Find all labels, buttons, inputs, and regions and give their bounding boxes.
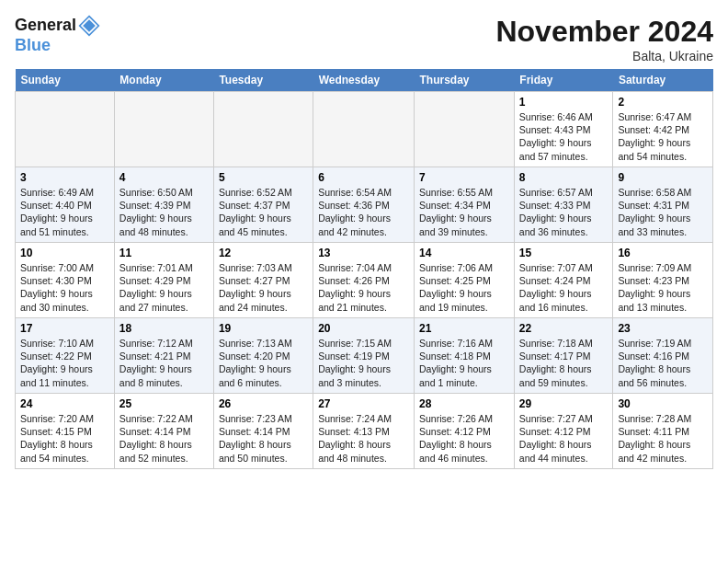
day-info: Sunrise: 6:47 AM Sunset: 4:42 PM Dayligh… [618, 110, 708, 163]
calendar-cell: 1Sunrise: 6:46 AM Sunset: 4:43 PM Daylig… [514, 92, 613, 167]
calendar-cell: 17Sunrise: 7:10 AM Sunset: 4:22 PM Dayli… [16, 318, 115, 394]
day-info: Sunrise: 7:01 AM Sunset: 4:29 PM Dayligh… [119, 261, 209, 314]
day-info: Sunrise: 7:28 AM Sunset: 4:11 PM Dayligh… [618, 412, 708, 465]
day-info: Sunrise: 7:23 AM Sunset: 4:14 PM Dayligh… [219, 412, 308, 465]
calendar-cell: 13Sunrise: 7:04 AM Sunset: 4:26 PM Dayli… [313, 243, 415, 318]
day-number: 8 [519, 171, 609, 184]
day-number: 5 [219, 171, 308, 184]
calendar-cell: 24Sunrise: 7:20 AM Sunset: 4:15 PM Dayli… [16, 394, 115, 469]
month-title: November 2024 [495, 15, 713, 49]
calendar-cell: 27Sunrise: 7:24 AM Sunset: 4:13 PM Dayli… [313, 394, 415, 469]
day-number: 24 [20, 397, 109, 410]
calendar-week-2: 3Sunrise: 6:49 AM Sunset: 4:40 PM Daylig… [16, 167, 713, 243]
day-info: Sunrise: 6:57 AM Sunset: 4:33 PM Dayligh… [519, 186, 609, 238]
header-saturday: Saturday [613, 69, 713, 92]
calendar-cell: 25Sunrise: 7:22 AM Sunset: 4:14 PM Dayli… [114, 394, 213, 469]
logo-icon [78, 15, 100, 37]
calendar-cell [16, 92, 115, 167]
calendar-cell: 29Sunrise: 7:27 AM Sunset: 4:12 PM Dayli… [514, 394, 613, 469]
logo-text: General [15, 17, 76, 35]
day-number: 13 [318, 247, 409, 259]
calendar-cell: 30Sunrise: 7:28 AM Sunset: 4:11 PM Dayli… [613, 394, 713, 469]
header-thursday: Thursday [415, 69, 515, 92]
day-number: 25 [119, 397, 209, 410]
day-number: 4 [119, 171, 209, 184]
header-friday: Friday [514, 69, 613, 92]
calendar-cell: 7Sunrise: 6:55 AM Sunset: 4:34 PM Daylig… [415, 167, 515, 243]
calendar-cell [415, 92, 515, 167]
logo-text-blue: Blue [15, 37, 51, 55]
calendar-cell: 6Sunrise: 6:54 AM Sunset: 4:36 PM Daylig… [313, 167, 415, 243]
logo: General Blue [15, 15, 100, 55]
calendar-cell: 14Sunrise: 7:06 AM Sunset: 4:25 PM Dayli… [415, 243, 515, 318]
calendar-cell [213, 92, 313, 167]
day-number: 20 [318, 322, 409, 335]
calendar-week-1: 1Sunrise: 6:46 AM Sunset: 4:43 PM Daylig… [16, 92, 713, 167]
day-info: Sunrise: 6:58 AM Sunset: 4:31 PM Dayligh… [618, 186, 708, 238]
calendar-cell: 21Sunrise: 7:16 AM Sunset: 4:18 PM Dayli… [415, 318, 515, 394]
day-info: Sunrise: 7:20 AM Sunset: 4:15 PM Dayligh… [20, 412, 109, 465]
day-number: 28 [419, 397, 509, 410]
day-info: Sunrise: 7:26 AM Sunset: 4:12 PM Dayligh… [419, 412, 509, 465]
day-info: Sunrise: 7:03 AM Sunset: 4:27 PM Dayligh… [219, 261, 308, 314]
day-number: 3 [20, 171, 109, 184]
weekday-header-row: Sunday Monday Tuesday Wednesday Thursday… [16, 69, 713, 92]
day-number: 14 [419, 247, 509, 259]
day-number: 6 [318, 171, 409, 184]
day-number: 16 [618, 247, 708, 259]
day-number: 22 [519, 322, 609, 335]
day-info: Sunrise: 7:16 AM Sunset: 4:18 PM Dayligh… [419, 337, 509, 389]
day-info: Sunrise: 6:54 AM Sunset: 4:36 PM Dayligh… [318, 186, 409, 238]
day-number: 11 [119, 247, 209, 259]
day-info: Sunrise: 7:24 AM Sunset: 4:13 PM Dayligh… [318, 412, 409, 465]
day-info: Sunrise: 7:19 AM Sunset: 4:16 PM Dayligh… [618, 337, 708, 389]
day-number: 9 [618, 171, 708, 184]
calendar-cell: 16Sunrise: 7:09 AM Sunset: 4:23 PM Dayli… [613, 243, 713, 318]
header-sunday: Sunday [16, 69, 115, 92]
header-tuesday: Tuesday [213, 69, 313, 92]
day-info: Sunrise: 7:07 AM Sunset: 4:24 PM Dayligh… [519, 261, 609, 314]
calendar-cell: 4Sunrise: 6:50 AM Sunset: 4:39 PM Daylig… [114, 167, 213, 243]
day-info: Sunrise: 7:04 AM Sunset: 4:26 PM Dayligh… [318, 261, 409, 314]
calendar-cell: 10Sunrise: 7:00 AM Sunset: 4:30 PM Dayli… [16, 243, 115, 318]
calendar-cell: 2Sunrise: 6:47 AM Sunset: 4:42 PM Daylig… [613, 92, 713, 167]
day-number: 30 [618, 397, 708, 410]
calendar-cell: 8Sunrise: 6:57 AM Sunset: 4:33 PM Daylig… [514, 167, 613, 243]
calendar-cell: 23Sunrise: 7:19 AM Sunset: 4:16 PM Dayli… [613, 318, 713, 394]
calendar-cell: 19Sunrise: 7:13 AM Sunset: 4:20 PM Dayli… [213, 318, 313, 394]
page-container: General Blue November 2024 Balta, Ukrain… [0, 0, 728, 477]
day-info: Sunrise: 6:50 AM Sunset: 4:39 PM Dayligh… [119, 186, 209, 238]
calendar-cell: 26Sunrise: 7:23 AM Sunset: 4:14 PM Dayli… [213, 394, 313, 469]
day-info: Sunrise: 7:15 AM Sunset: 4:19 PM Dayligh… [318, 337, 409, 389]
header-row: General Blue November 2024 Balta, Ukrain… [15, 15, 713, 63]
title-area: November 2024 Balta, Ukraine [495, 15, 713, 63]
header-monday: Monday [114, 69, 213, 92]
calendar-cell: 3Sunrise: 6:49 AM Sunset: 4:40 PM Daylig… [16, 167, 115, 243]
day-info: Sunrise: 7:13 AM Sunset: 4:20 PM Dayligh… [219, 337, 308, 389]
day-info: Sunrise: 7:00 AM Sunset: 4:30 PM Dayligh… [20, 261, 109, 314]
header-wednesday: Wednesday [313, 69, 415, 92]
calendar-cell [313, 92, 415, 167]
calendar-cell: 22Sunrise: 7:18 AM Sunset: 4:17 PM Dayli… [514, 318, 613, 394]
day-number: 21 [419, 322, 509, 335]
subtitle: Balta, Ukraine [495, 49, 713, 63]
day-number: 23 [618, 322, 708, 335]
day-number: 2 [618, 96, 708, 109]
day-info: Sunrise: 7:06 AM Sunset: 4:25 PM Dayligh… [419, 261, 509, 314]
calendar-cell: 11Sunrise: 7:01 AM Sunset: 4:29 PM Dayli… [114, 243, 213, 318]
calendar-cell: 12Sunrise: 7:03 AM Sunset: 4:27 PM Dayli… [213, 243, 313, 318]
calendar-week-3: 10Sunrise: 7:00 AM Sunset: 4:30 PM Dayli… [16, 243, 713, 318]
calendar-table: Sunday Monday Tuesday Wednesday Thursday… [15, 69, 713, 469]
calendar-week-5: 24Sunrise: 7:20 AM Sunset: 4:15 PM Dayli… [16, 394, 713, 469]
day-number: 17 [20, 322, 109, 335]
day-number: 27 [318, 397, 409, 410]
day-info: Sunrise: 7:10 AM Sunset: 4:22 PM Dayligh… [20, 337, 109, 389]
calendar-cell: 5Sunrise: 6:52 AM Sunset: 4:37 PM Daylig… [213, 167, 313, 243]
day-info: Sunrise: 7:09 AM Sunset: 4:23 PM Dayligh… [618, 261, 708, 314]
day-number: 7 [419, 171, 509, 184]
calendar-cell: 28Sunrise: 7:26 AM Sunset: 4:12 PM Dayli… [415, 394, 515, 469]
day-number: 26 [219, 397, 308, 410]
day-info: Sunrise: 6:46 AM Sunset: 4:43 PM Dayligh… [519, 110, 609, 163]
day-number: 10 [20, 247, 109, 259]
day-number: 29 [519, 397, 609, 410]
